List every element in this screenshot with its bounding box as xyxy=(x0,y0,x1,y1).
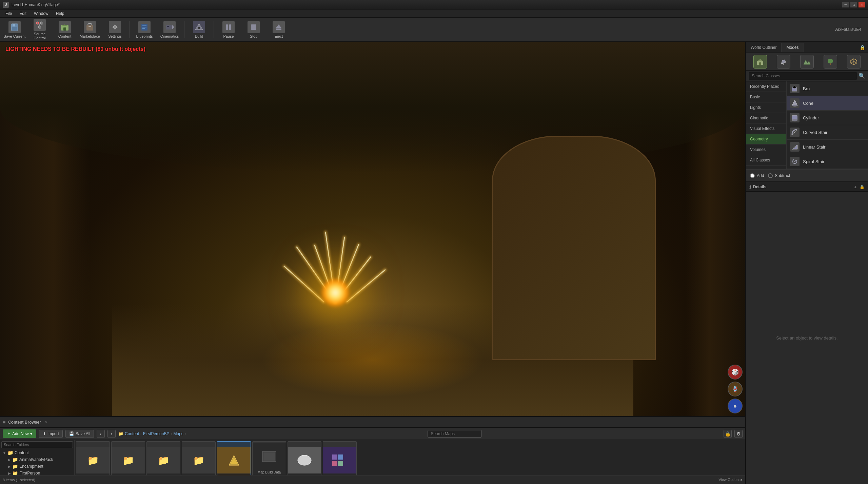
nav-forward-button[interactable]: › xyxy=(107,430,116,438)
search-icon-button[interactable]: 🔍 xyxy=(859,73,865,79)
add-radio-dot xyxy=(750,173,755,178)
details-title: Details xyxy=(753,185,766,189)
place-item-box-label: Box xyxy=(803,86,810,91)
menu-file[interactable]: File xyxy=(2,11,15,17)
breadcrumb-firstpersonbp[interactable]: FirstPersonBP xyxy=(143,431,169,436)
place-item-box[interactable]: Box xyxy=(787,81,868,96)
menu-window[interactable]: Window xyxy=(31,11,52,17)
right-panel-lock-icon[interactable]: 🔒 xyxy=(857,45,868,50)
folder-search-input[interactable] xyxy=(1,441,73,448)
maximize-button[interactable]: □ xyxy=(850,2,857,7)
svg-rect-10 xyxy=(63,27,66,31)
build-button[interactable]: Build xyxy=(187,19,211,40)
save-current-button[interactable]: Save Current xyxy=(3,19,26,40)
cat-lights[interactable]: Lights xyxy=(746,102,786,113)
tree-item-animal[interactable]: ▶ 📁 AnimalVarietyPack xyxy=(7,456,73,463)
thumbnail-1[interactable]: 📁 xyxy=(76,441,110,475)
svg-rect-24 xyxy=(229,24,231,30)
close-button[interactable]: ✕ xyxy=(859,2,865,7)
svg-point-55 xyxy=(792,119,797,121)
viewport[interactable]: LIGHTING NEEDS TO BE REBUILT (80 unbuilt… xyxy=(0,42,745,416)
tab-modes[interactable]: Modes xyxy=(782,43,804,52)
floor-glow xyxy=(261,323,484,398)
stop-button[interactable]: Stop xyxy=(242,19,265,40)
mesh-mode-button[interactable] xyxy=(847,55,861,69)
save-all-button[interactable]: 💾 Save All xyxy=(65,430,94,438)
thumbnail-2[interactable]: 📁 xyxy=(111,441,145,475)
content-search-input[interactable] xyxy=(428,430,482,438)
tree-item-content[interactable]: ▼ 📁 Content xyxy=(1,449,73,456)
tab-world-outliner[interactable]: World Outliner xyxy=(746,43,782,52)
tree-item-encampment[interactable]: ▶ 📁 Encampment xyxy=(7,463,73,470)
menu-bar: File Edit Window Help xyxy=(0,9,868,18)
pause-label: Pause xyxy=(223,34,234,38)
left-panel: LIGHTING NEEDS TO BE REBUILT (80 unbuilt… xyxy=(0,42,746,484)
spire-container xyxy=(223,117,447,323)
breadcrumb-content[interactable]: Content xyxy=(125,431,139,436)
place-mode-button[interactable] xyxy=(753,55,767,69)
source-control-button[interactable]: Source Control xyxy=(28,19,52,40)
search-classes-input[interactable] xyxy=(749,72,857,80)
thumbnail-6[interactable]: Map Build Data xyxy=(252,441,286,475)
cinematics-button[interactable]: Cinematics xyxy=(158,19,181,40)
content-browser: ≡ Content Browser × ＋ Add New ▾ ⬆ Import… xyxy=(0,416,745,484)
terrain-mode-button[interactable] xyxy=(800,55,814,69)
details-collapse-icon[interactable]: ▲ xyxy=(853,185,857,189)
source-control-label: Source Control xyxy=(28,32,51,40)
cat-geometry[interactable]: Geometry xyxy=(746,134,786,144)
place-item-curved-stair[interactable]: Curved Stair xyxy=(787,125,868,140)
cat-volumes[interactable]: Volumes xyxy=(746,144,786,155)
app-icon: U xyxy=(3,2,9,8)
search-classes-bar: 🔍 xyxy=(746,71,868,81)
view-options-button[interactable]: View Options▾ xyxy=(718,478,743,482)
cat-cinematic[interactable]: Cinematic xyxy=(746,113,786,123)
thumbnail-5[interactable] xyxy=(217,441,251,475)
content-browser-lock-button[interactable]: 🔒 xyxy=(724,430,732,438)
cat-visual-effects[interactable]: Visual Effects xyxy=(746,123,786,134)
minimize-button[interactable]: ─ xyxy=(842,2,849,7)
place-item-curved-stair-label: Curved Stair xyxy=(803,130,827,135)
svg-rect-11 xyxy=(86,25,93,31)
place-item-linear-stair[interactable]: Linear Stair xyxy=(787,140,868,154)
subtract-radio[interactable]: Subtract xyxy=(768,173,790,178)
place-item-cylinder[interactable]: Cylinder xyxy=(787,111,868,125)
thumbnail-4[interactable]: 📁 xyxy=(182,441,216,475)
foliage-mode-button[interactable] xyxy=(824,55,837,69)
thumbnail-8[interactable] xyxy=(323,441,357,475)
marketplace-button[interactable]: Marketplace xyxy=(78,19,102,40)
add-new-button[interactable]: ＋ Add New ▾ xyxy=(3,429,36,438)
pause-button[interactable]: Pause xyxy=(217,19,240,40)
cat-recently-placed[interactable]: Recently Placed xyxy=(746,81,786,92)
menu-edit[interactable]: Edit xyxy=(16,11,30,17)
blueprints-button[interactable]: Blueprints xyxy=(133,19,156,40)
settings-button[interactable]: Settings xyxy=(103,19,127,40)
content-browser-settings-button[interactable]: ⚙ xyxy=(734,430,743,438)
cat-basic[interactable]: Basic xyxy=(746,92,786,102)
content-button[interactable]: Content xyxy=(53,19,77,40)
thumb-img-8 xyxy=(323,447,356,473)
breadcrumb-sep-2: › xyxy=(171,431,172,436)
import-button[interactable]: ⬆ Import xyxy=(39,430,63,438)
details-lock-icon[interactable]: 🔒 xyxy=(860,185,865,189)
place-item-cone[interactable]: Cone xyxy=(787,96,868,111)
right-panel: World Outliner Modes 🔒 xyxy=(746,42,868,484)
thumb-label-3 xyxy=(147,473,180,475)
menu-help[interactable]: Help xyxy=(53,11,68,17)
eject-button[interactable]: Eject xyxy=(267,19,291,40)
add-radio[interactable]: Add xyxy=(750,173,764,178)
breadcrumb-maps[interactable]: Maps xyxy=(173,431,183,436)
cat-all-classes[interactable]: All Classes xyxy=(746,155,786,166)
tree-item-firstperson[interactable]: ▶ 📁 FirstPerson xyxy=(7,470,73,475)
details-header: ℹ Details ▲ 🔒 xyxy=(746,181,868,192)
details-panel: ℹ Details ▲ 🔒 Select an object to view d… xyxy=(746,181,868,484)
svg-marker-41 xyxy=(804,60,810,64)
paint-mode-button[interactable] xyxy=(777,55,790,69)
nav-back-button[interactable]: ‹ xyxy=(97,430,105,438)
thumb-label-1 xyxy=(76,473,110,475)
thumbnail-7[interactable] xyxy=(288,441,321,475)
stop-icon xyxy=(248,21,260,33)
toolbar-separator-3 xyxy=(214,21,214,38)
place-item-spiral-stair[interactable]: Spiral Stair xyxy=(787,154,868,169)
thumbnail-3[interactable]: 📁 xyxy=(146,441,180,475)
svg-marker-19 xyxy=(172,25,174,29)
